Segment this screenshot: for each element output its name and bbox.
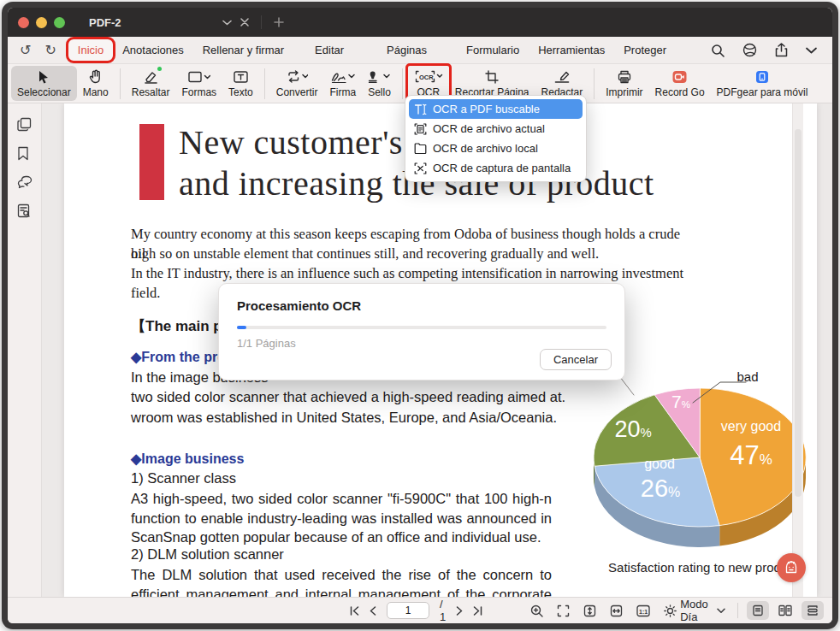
page-number-input[interactable] <box>387 602 429 619</box>
search-icon[interactable] <box>711 44 725 57</box>
toolbar-button-formas[interactable]: Formas <box>175 66 222 101</box>
new-tab-button[interactable] <box>261 15 296 29</box>
continuous-scroll-view-button[interactable] <box>802 601 824 620</box>
fit-page-icon[interactable] <box>557 604 570 617</box>
pie-slice-label: 20% <box>602 418 664 441</box>
hand-icon <box>89 68 102 85</box>
bookmarks-icon[interactable] <box>17 146 29 164</box>
menu-item-paginas[interactable]: Páginas <box>377 39 436 61</box>
assistant-robot-button[interactable] <box>777 553 806 582</box>
scrollbar-thumb[interactable] <box>795 129 802 497</box>
doc-text-paragraph: The DLM solution that used received the … <box>131 565 552 597</box>
page-total-label: / 1 <box>440 598 446 623</box>
pie-slice-label: 7% <box>659 392 703 410</box>
svg-text:OCR: OCR <box>419 74 434 81</box>
ocr-dropdown-menu: OCR a PDF buscable OCR de archivo actual… <box>405 95 587 182</box>
last-page-icon[interactable] <box>473 606 482 616</box>
printer-icon <box>618 68 631 85</box>
toolbar-button-pdfgear-movil[interactable]: PDFgear para móvil <box>711 66 814 101</box>
toolbar-button-seleccionar[interactable]: Seleccionar <box>11 66 77 101</box>
actual-size-icon[interactable]: 1:1 <box>636 604 650 617</box>
toolbar-button-sello[interactable]: Sello <box>362 66 397 101</box>
convert-arrows-icon <box>286 68 308 85</box>
plus-icon <box>274 17 284 27</box>
satisfaction-pie-chart: very good47%good26%20%7%bad Satisfaction… <box>578 363 817 586</box>
pie-chart-labels: very good47%good26%20%7%bad <box>578 363 817 586</box>
menu-item-editar[interactable]: Editar <box>305 39 353 61</box>
menu-item-anotaciones[interactable]: Anotaciones <box>113 39 193 61</box>
signature-icon <box>331 68 355 85</box>
fit-width-icon[interactable] <box>610 604 623 617</box>
highlighter-color-dot <box>157 67 162 71</box>
display-mode-label: Modo Día <box>680 598 708 623</box>
tab-close-icon[interactable] <box>240 18 249 27</box>
left-panel-rail <box>8 103 42 597</box>
redo-button[interactable]: ↻ <box>44 42 56 58</box>
pie-slice-label: good <box>633 457 686 471</box>
menu-item-proteger[interactable]: Proteger <box>614 39 676 61</box>
menu-option-ocr-captura-pantalla[interactable]: OCR de captura de pantalla <box>409 158 583 178</box>
page-scrollbar[interactable] <box>792 103 803 597</box>
shapes-icon <box>188 68 210 85</box>
svg-text:1:1: 1:1 <box>639 608 648 614</box>
doc-paragraph-line: high so on unstable element that continu… <box>131 244 695 263</box>
document-tab[interactable]: PDF-2 <box>77 8 261 37</box>
progress-bar <box>237 326 606 329</box>
ocr-icon: OCR <box>414 68 443 85</box>
document-review-icon[interactable] <box>17 203 31 221</box>
document-scan-icon <box>414 123 427 135</box>
ocr-processing-dialog: Procesamiento OCR 1/1 Páginas Cancelar <box>218 283 625 380</box>
doc-text-line: wroom was established in United States, … <box>131 410 557 426</box>
tab-bar: PDF-2 <box>8 8 832 37</box>
zoom-in-icon[interactable] <box>530 604 543 617</box>
doc-subsection-heading: ◆Image business <box>131 451 244 467</box>
single-page-view-button[interactable] <box>747 601 769 620</box>
toolbar-button-firma[interactable]: Firma <box>323 66 362 101</box>
two-page-view-button[interactable] <box>774 601 796 620</box>
toolbar-button-convertir[interactable]: Convertir <box>270 66 324 101</box>
menu-item-formulario[interactable]: Formulario <box>457 39 529 61</box>
toolbar-button-mano[interactable]: Mano <box>77 66 115 101</box>
display-mode-selector[interactable]: Modo Día <box>664 598 725 623</box>
redact-pen-icon <box>554 68 570 85</box>
tab-chevron-down-icon[interactable] <box>222 20 232 26</box>
progress-bar-fill <box>237 326 246 329</box>
pie-slice-label: 26% <box>626 476 695 501</box>
first-page-icon[interactable] <box>350 606 359 616</box>
comments-icon[interactable] <box>17 175 33 192</box>
doc-text-line: two sided color scanner that achieved a … <box>131 389 565 405</box>
screen-capture-icon <box>414 162 427 174</box>
undo-button[interactable]: ↺ <box>20 42 31 58</box>
toolbar-button-imprimir[interactable]: Imprimir <box>600 66 648 101</box>
toolbar-button-record-go[interactable]: Record Go <box>649 66 711 101</box>
menu-option-ocr-a-pdf-buscable[interactable]: OCR a PDF buscable <box>409 99 583 119</box>
share-icon[interactable] <box>775 43 788 57</box>
minimize-window-button[interactable] <box>36 17 47 28</box>
close-window-button[interactable] <box>18 17 29 28</box>
stamp-icon <box>368 68 390 85</box>
cancel-button[interactable]: Cancelar <box>540 349 612 370</box>
collapse-toolbar-chevron-icon[interactable] <box>806 47 817 54</box>
menu-option-ocr-archivo-local[interactable]: OCR de archivo local <box>409 139 583 158</box>
menu-item-inicio[interactable]: Inicio <box>68 39 113 61</box>
highlighter-icon <box>144 68 158 85</box>
sun-icon <box>664 604 677 617</box>
zoom-window-button[interactable] <box>54 17 65 28</box>
previous-page-icon[interactable] <box>370 606 376 616</box>
menu-option-ocr-archivo-actual[interactable]: OCR de archivo actual <box>409 119 583 139</box>
toolbar-button-resaltar[interactable]: Resaltar <box>126 66 176 101</box>
doc-text-line: 2) DLM solution scanner <box>131 546 284 563</box>
menu-bar: ↺ ↻ Inicio Anotaciones Rellenar y firmar… <box>8 37 832 64</box>
menu-item-rellenar-y-firmar[interactable]: Rellenar y firmar <box>193 39 293 61</box>
toolbar-button-texto[interactable]: Texto <box>222 66 259 101</box>
menu-item-herramientas[interactable]: Herramientas <box>529 39 614 61</box>
page-thumbnails-icon[interactable] <box>17 117 32 135</box>
fit-height-icon[interactable] <box>583 604 596 617</box>
next-page-icon[interactable] <box>456 606 463 616</box>
mode-chevron-down-icon <box>717 608 725 614</box>
cursor-arrow-icon <box>38 68 50 85</box>
heading-red-bar <box>139 124 164 200</box>
text-box-icon <box>234 68 248 85</box>
record-go-icon <box>672 68 687 85</box>
translate-globe-icon[interactable] <box>742 43 757 57</box>
